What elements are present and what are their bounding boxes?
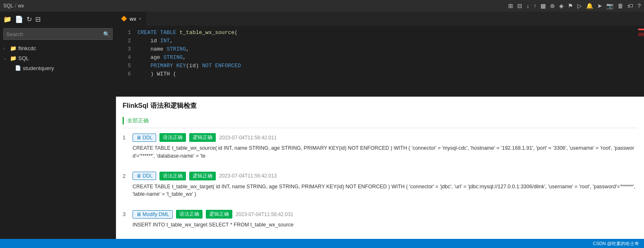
file-icon: 📄 [15, 65, 21, 71]
collapse-icon[interactable]: ⊟ [35, 15, 41, 23]
sidebar-item-studentquery[interactable]: 📄 studentquery [0, 63, 116, 73]
layers-icon[interactable]: ⊛ [550, 2, 555, 9]
trash-icon[interactable]: 🗑 [617, 2, 623, 9]
footer-text: CSDN @吃素的哈士奇 [593, 241, 639, 247]
sidebar-item-sql[interactable]: ⌄ 📁 SQL [0, 53, 116, 63]
copy-icon[interactable]: ⊞ [508, 2, 513, 9]
breadcrumb-separator: / [15, 3, 16, 9]
search-input[interactable] [4, 31, 101, 37]
breadcrumb-wx: wx [18, 3, 24, 9]
badge-modify-dml-3: 🖥 Modify DML [133, 210, 173, 219]
code-editor: 1 2 3 4 5 6 CREATE TABLE t_table_wx_sour… [116, 26, 644, 97]
result-sql-2: CREATE TABLE t_table_wx_target( id INT, … [123, 183, 637, 199]
tab-wx-icon: 🔶 [121, 16, 127, 22]
tab-bar: 🔶 wx × [116, 12, 644, 26]
grid-icon[interactable]: ▦ [540, 2, 546, 9]
breadcrumb: SQL / wx [3, 3, 24, 9]
upload-icon[interactable]: ↑ [533, 2, 536, 9]
sidebar-tree: › 📁 flinkcdc ⌄ 📁 SQL 📄 studentquery [0, 41, 116, 239]
folder-icon: 📁 [10, 45, 17, 51]
refresh-icon[interactable]: ↻ [27, 15, 32, 23]
tag-icon[interactable]: 🏷 [627, 2, 633, 9]
result-item-3: 3 🖥 Modify DML 语法正确 逻辑正确 2023-07-04T11:5… [123, 210, 637, 232]
result-item-2: 2 🖥 DDL 语法正确 逻辑正确 2023-07-04T11:56:42.01… [123, 172, 637, 202]
sidebar-item-flinkcdc[interactable]: › 📁 flinkcdc [0, 43, 116, 53]
line-number-6: 6 [116, 70, 131, 78]
badge-syntax-ok-2: 语法正确 [159, 172, 186, 180]
result-sql-1: CREATE TABLE t_table_wx_source( id INT, … [123, 144, 637, 160]
editor-scrollbar [638, 26, 644, 97]
badge-syntax-ok-3: 语法正确 [176, 210, 203, 219]
result-timestamp-1: 2023-07-04T11:56:42.011 [219, 135, 277, 141]
tab-wx[interactable]: 🔶 wx × [116, 12, 147, 26]
line-numbers: 1 2 3 4 5 6 [116, 26, 134, 97]
editor-area: 🔶 wx × 1 2 3 4 5 6 CREATE TABLE t_table_… [116, 12, 644, 239]
result-timestamp-2: 2023-07-04T11:56:42.013 [219, 173, 277, 179]
tab-close-button[interactable]: × [139, 16, 141, 21]
toolbar-right-icons: ⊞ ⊟ ↓ ↑ ▦ ⊛ ◈ ⚑ ▷ 🔔 ➤ 📷 🗑 🏷 ? [508, 2, 641, 9]
chevron-down-icon: ⌄ [3, 56, 8, 61]
split-icon[interactable]: ⊟ [517, 2, 522, 9]
search-icon[interactable]: 🔍 [101, 31, 112, 37]
send-icon[interactable]: ➤ [597, 2, 602, 9]
play-icon[interactable]: ▷ [577, 2, 582, 9]
chevron-right-icon: › [3, 46, 8, 51]
sidebar-item-sql-label: SQL [18, 55, 29, 61]
result-item-1-header: 1 🖥 DDL 语法正确 逻辑正确 2023-07-04T11:56:42.01… [123, 133, 637, 142]
badge-logic-ok-2: 逻辑正确 [189, 172, 216, 180]
breadcrumb-sql: SQL [3, 3, 13, 9]
question-icon[interactable]: ? [637, 2, 641, 9]
status-all-ok: 全部正确 [123, 117, 149, 124]
tab-wx-label: wx [130, 16, 136, 22]
main-area: 📁 📄 ↻ ⊟ 🔍 › 📁 flinkcdc ⌄ 📁 SQL 📄 s [0, 12, 644, 239]
result-number-2: 2 [123, 173, 129, 179]
line-number-2: 2 [116, 37, 131, 45]
result-item-3-header: 3 🖥 Modify DML 语法正确 逻辑正确 2023-07-04T11:5… [123, 210, 637, 219]
sidebar-item-flinkcdc-label: flinkcdc [18, 45, 36, 51]
badge-syntax-ok-1: 语法正确 [159, 133, 186, 142]
download-icon[interactable]: ↓ [526, 2, 529, 9]
camera-icon[interactable]: 📷 [606, 2, 613, 9]
result-status-bar: 全部正确 [123, 117, 637, 128]
badge-ddl-2: 🖥 DDL [133, 172, 156, 180]
flag-icon[interactable]: ⚑ [568, 2, 573, 9]
bell-icon[interactable]: 🔔 [586, 2, 593, 9]
shield-icon[interactable]: ◈ [559, 2, 564, 9]
line-number-3: 3 [116, 45, 131, 53]
sidebar-item-studentquery-label: studentquery [23, 65, 54, 71]
search-box[interactable]: 🔍 [3, 28, 113, 40]
badge-logic-ok-1: 逻辑正确 [189, 133, 216, 142]
result-item-1: 1 🖥 DDL 语法正确 逻辑正确 2023-07-04T11:56:42.01… [123, 133, 637, 163]
scrollbar-error-marker-1 [638, 29, 644, 30]
top-toolbar: SQL / wx ⊞ ⊟ ↓ ↑ ▦ ⊛ ◈ ⚑ ▷ 🔔 ➤ 📷 🗑 🏷 ? [0, 0, 644, 12]
code-content[interactable]: CREATE TABLE t_table_wx_source( id INT, … [134, 26, 638, 97]
result-item-2-header: 2 🖥 DDL 语法正确 逻辑正确 2023-07-04T11:56:42.01… [123, 172, 637, 180]
result-number-3: 3 [123, 211, 129, 217]
line-number-1: 1 [116, 29, 131, 37]
new-folder-icon[interactable]: 📁 [3, 15, 12, 23]
line-number-4: 4 [116, 53, 131, 62]
line-number-5: 5 [116, 62, 131, 70]
folder-sql-icon: 📁 [10, 55, 17, 61]
new-file-icon[interactable]: 📄 [15, 15, 23, 23]
result-number-1: 1 [123, 134, 129, 141]
badge-logic-ok-3: 逻辑正确 [206, 210, 232, 219]
result-sql-3: INSERT INTO t_table_wx_target SELECT * F… [123, 221, 637, 229]
result-panel-title: FlinkSql 语法和逻辑检查 [123, 102, 637, 110]
footer: CSDN @吃素的哈士奇 [0, 239, 644, 248]
scrollbar-error-marker-2 [638, 33, 644, 36]
result-panel: FlinkSql 语法和逻辑检查 全部正确 1 🖥 DDL 语法正确 逻辑正确 … [116, 97, 644, 239]
badge-ddl-1: 🖥 DDL [133, 134, 156, 142]
sidebar: 📁 📄 ↻ ⊟ 🔍 › 📁 flinkcdc ⌄ 📁 SQL 📄 s [0, 12, 116, 239]
result-timestamp-3: 2023-07-04T11:56:42.031 [236, 212, 293, 217]
sidebar-toolbar: 📁 📄 ↻ ⊟ [0, 12, 116, 27]
